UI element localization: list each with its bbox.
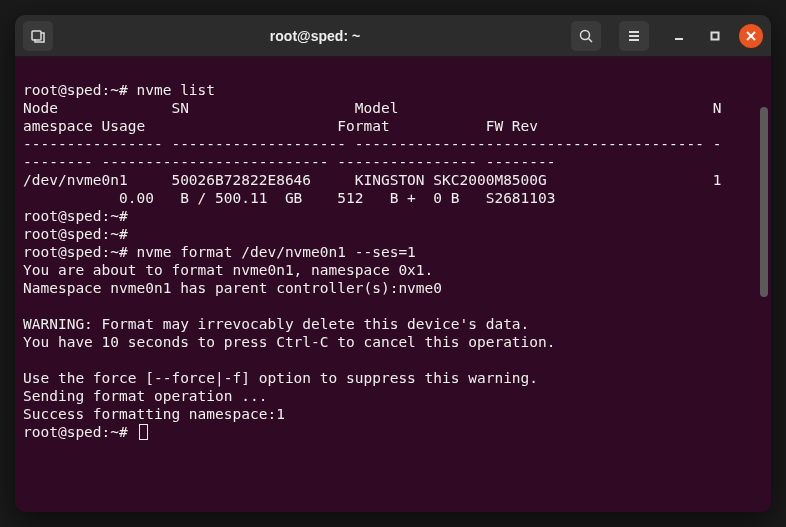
terminal-output[interactable]: root@sped:~# nvme list Node SN Model N a… (15, 57, 771, 512)
terminal-line: WARNING: Format may irrevocably delete t… (23, 316, 529, 332)
scrollbar[interactable] (760, 107, 768, 297)
minimize-icon (674, 31, 684, 41)
terminal-line: 0.00 B / 500.11 GB 512 B + 0 B S2681103 (23, 190, 556, 206)
terminal-line: You are about to format nvme0n1, namespa… (23, 262, 433, 278)
terminal-line: amespace Usage Format FW Rev (23, 118, 556, 134)
cursor (139, 424, 148, 440)
new-tab-icon (30, 28, 46, 44)
terminal-line: root@sped:~# nvme list (23, 82, 215, 98)
terminal-line: Node SN Model N (23, 100, 721, 116)
maximize-icon (710, 31, 720, 41)
terminal-line: You have 10 seconds to press Ctrl-C to c… (23, 334, 556, 350)
svg-line-2 (589, 38, 593, 42)
terminal-prompt: root@sped:~# (23, 424, 137, 440)
terminal-line: Namespace nvme0n1 has parent controller(… (23, 280, 442, 296)
svg-rect-7 (712, 32, 719, 39)
window-title: root@sped: ~ (59, 28, 571, 44)
maximize-button[interactable] (703, 24, 727, 48)
terminal-line: Use the force [--force|-f] option to sup… (23, 370, 538, 386)
terminal-line: root@sped:~# (23, 208, 137, 224)
close-button[interactable] (739, 24, 763, 48)
search-button[interactable] (571, 21, 601, 51)
terminal-line: ---------------- -------------------- --… (23, 136, 721, 152)
terminal-line: Sending format operation ... (23, 388, 267, 404)
terminal-line: /dev/nvme0n1 50026B72822E8646 KINGSTON S… (23, 172, 721, 188)
titlebar: root@sped: ~ (15, 15, 771, 57)
hamburger-icon (626, 28, 642, 44)
close-icon (746, 31, 756, 41)
terminal-line: -------- -------------------------- ----… (23, 154, 556, 170)
search-icon (578, 28, 594, 44)
terminal-window: root@sped: ~ (15, 15, 771, 512)
menu-button[interactable] (619, 21, 649, 51)
terminal-line: Success formatting namespace:1 (23, 406, 285, 422)
minimize-button[interactable] (667, 24, 691, 48)
svg-point-1 (581, 30, 590, 39)
new-tab-button[interactable] (23, 21, 53, 51)
terminal-line: root@sped:~# nvme format /dev/nvme0n1 --… (23, 244, 416, 260)
terminal-line: root@sped:~# (23, 226, 137, 242)
svg-rect-0 (32, 31, 41, 40)
